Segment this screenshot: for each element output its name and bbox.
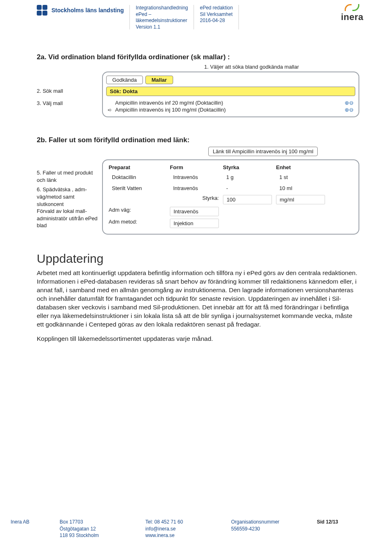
footer-line: info@inera.se — [145, 526, 231, 532]
footer-address: Box 17703 Östgötagatan 12 118 93 Stockho… — [60, 519, 145, 539]
cell-form: Intravenös — [170, 173, 219, 181]
footer-orgnr: Organisationsnummer 556559-4230 — [231, 519, 317, 539]
doc-line: ePed – — [136, 11, 188, 18]
cell-enhet: 10 ml — [276, 184, 325, 192]
section-2b-title: 2b. Faller ut som förifylld ordination m… — [37, 136, 359, 144]
page-header: Stockholms läns landsting Integrationsha… — [0, 0, 392, 30]
step-3: 3. Välj mall — [37, 99, 98, 107]
tab-godkanda[interactable]: Godkända — [106, 76, 143, 84]
result-text: Ampicillin intravenös inj 100 mg/ml (Dok… — [115, 107, 226, 113]
step-6: 6. Spädvätska , adm-väg/metod samt slutk… — [37, 186, 98, 229]
owner-meta: ePed redaktion Sil Verksamhet 2016-04-28 — [200, 5, 233, 24]
col-enhet: Enhet — [276, 164, 325, 170]
styrka-unit[interactable]: mg/ml — [276, 195, 325, 204]
steps-left-2b: 5. Faller ut med produkt och länk 6. Spä… — [37, 169, 98, 229]
cell-enhet: 1 st — [276, 173, 325, 181]
doc-line: läkemedelsinstruktioner — [136, 18, 188, 24]
admmetod-label: Adm metod: — [109, 219, 166, 228]
footer-contact: Tel: 08 452 71 60 info@inera.se www.iner… — [145, 519, 231, 539]
inera-mark-icon — [345, 4, 359, 11]
result-row[interactable]: ➪ Ampicillin intravenös inf 20 mg/ml (Do… — [106, 99, 355, 106]
sll-logo-icon — [37, 5, 47, 16]
footer-line: Organisationsnummer — [231, 519, 317, 525]
inera-logo: inera — [341, 4, 363, 22]
admvag-input[interactable]: Intravenös — [170, 207, 219, 216]
pill-icon: ⊕⊖ — [345, 107, 354, 113]
search-input[interactable]: Sök: Dokta — [106, 87, 355, 96]
owner-line: Sil Verksamhet — [200, 11, 233, 18]
paragraph: Kopplingen till läkemedelssortimentet up… — [37, 335, 359, 343]
footer-line: Box 17703 — [60, 519, 145, 525]
cell-preparat: Doktacillin — [109, 173, 166, 181]
link-box[interactable]: Länk till Ampicillin intravenös inj 100 … — [208, 147, 318, 156]
owner-date: 2016-04-28 — [200, 18, 233, 24]
inera-wordmark: inera — [341, 12, 363, 22]
page-footer: Inera AB Box 17703 Östgötagatan 12 118 9… — [0, 519, 392, 539]
header-divider — [194, 5, 194, 29]
search-label: Sök: — [110, 88, 121, 94]
tab-mallar[interactable]: Mallar — [145, 76, 173, 84]
cell-form: Intravenös — [170, 184, 219, 192]
doc-version: Version 1.1 — [136, 24, 188, 31]
step-1: 1. Väljer att söka bland godkända mallar — [204, 64, 359, 70]
col-form: Form — [170, 164, 219, 170]
col-preparat: Preparat — [109, 164, 166, 170]
header-divider — [129, 5, 130, 29]
footer-company: Inera AB — [11, 519, 60, 539]
header-divider — [238, 5, 239, 29]
sll-logo: Stockholms läns landsting — [37, 5, 124, 16]
cell-styrka: 1 g — [223, 173, 272, 181]
pill-icon: ⊕⊖ — [345, 100, 354, 106]
footer-line: www.inera.se — [145, 532, 231, 539]
admvag-label: Adm väg: — [109, 207, 166, 216]
footer-line: Östgötagatan 12 — [60, 526, 145, 532]
doc-title: Integrationshandledning — [136, 5, 188, 11]
footer-line: 556559-4230 — [231, 526, 317, 532]
step-5: 5. Faller ut med produkt och länk — [37, 169, 98, 183]
prescription-form: Preparat Form Styrka Enhet Doktacillin I… — [102, 159, 359, 235]
section-2a-title: 2a. Vid ordination bland förifyllda ordi… — [37, 53, 359, 61]
paragraph: Arbetet med att kontinuerligt uppdatera … — [37, 269, 359, 329]
footer-line: 118 93 Stockholm — [60, 532, 145, 539]
owner-line: ePed redaktion — [200, 5, 233, 11]
heading-uppdatering: Uppdatering — [37, 252, 359, 266]
footer-line: Tel: 08 452 71 60 — [145, 519, 231, 525]
page-number: Sid 12/13 — [317, 519, 366, 539]
result-text: Ampicillin intravenös inf 20 mg/ml (Dokt… — [115, 100, 223, 106]
doc-meta: Integrationshandledning ePed – läkemedel… — [136, 5, 188, 30]
cell-preparat: Sterilt Vatten — [109, 184, 166, 192]
step-2: 2. Sök mall — [37, 87, 98, 95]
search-panel: Godkända Mallar Sök: Dokta ➪ Ampicillin … — [102, 72, 359, 117]
styrka-input[interactable]: 100 — [223, 195, 272, 204]
result-row[interactable]: ➪ Ampicillin intravenös inj 100 mg/ml (D… — [106, 106, 355, 113]
search-value: Dokta — [123, 88, 138, 94]
sll-org-name: Stockholms läns landsting — [51, 7, 124, 13]
steps-left: 2. Sök mall 3. Välj mall — [37, 72, 98, 107]
styrka-label: Styrka: — [170, 195, 219, 204]
cell-styrka: - — [223, 184, 272, 192]
arrow-right-icon: ➪ — [108, 107, 112, 113]
admmetod-input[interactable]: Injektion — [170, 219, 219, 228]
col-styrka: Styrka — [223, 164, 272, 170]
